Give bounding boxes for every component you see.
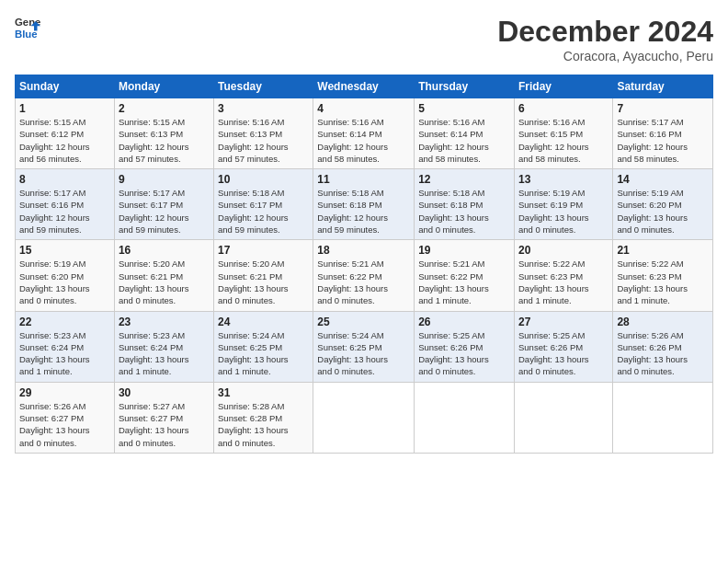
calendar-cell: 4Sunrise: 5:16 AM Sunset: 6:14 PM Daylig… — [313, 98, 415, 169]
day-number: 14 — [617, 173, 709, 186]
day-info: Sunrise: 5:24 AM Sunset: 6:25 PM Dayligh… — [317, 329, 410, 378]
calendar-cell: 26Sunrise: 5:25 AM Sunset: 6:26 PM Dayli… — [415, 311, 515, 382]
calendar-cell: 25Sunrise: 5:24 AM Sunset: 6:25 PM Dayli… — [313, 311, 415, 382]
day-number: 2 — [119, 102, 210, 115]
day-number: 26 — [418, 316, 510, 328]
day-info: Sunrise: 5:21 AM Sunset: 6:22 PM Dayligh… — [317, 258, 410, 306]
svg-text:Blue: Blue — [15, 29, 38, 40]
day-number: 27 — [518, 316, 609, 328]
calendar-cell: 13Sunrise: 5:19 AM Sunset: 6:19 PM Dayli… — [514, 169, 612, 240]
day-number: 1 — [19, 102, 110, 115]
day-info: Sunrise: 5:19 AM Sunset: 6:20 PM Dayligh… — [19, 258, 110, 306]
day-info: Sunrise: 5:16 AM Sunset: 6:14 PM Dayligh… — [317, 116, 410, 165]
calendar-week-2: 8Sunrise: 5:17 AM Sunset: 6:16 PM Daylig… — [16, 169, 713, 240]
location: Coracora, Ayacucho, Peru — [497, 49, 713, 63]
day-info: Sunrise: 5:23 AM Sunset: 6:24 PM Dayligh… — [119, 329, 210, 378]
calendar-cell: 30Sunrise: 5:27 AM Sunset: 6:27 PM Dayli… — [114, 382, 213, 453]
day-number: 3 — [218, 102, 309, 115]
calendar-cell: 20Sunrise: 5:22 AM Sunset: 6:23 PM Dayli… — [514, 240, 612, 311]
calendar-cell: 18Sunrise: 5:21 AM Sunset: 6:22 PM Dayli… — [313, 240, 415, 311]
day-number: 9 — [119, 173, 210, 186]
day-number: 20 — [518, 244, 609, 257]
logo-icon: General Blue — [15, 15, 40, 40]
day-info: Sunrise: 5:22 AM Sunset: 6:23 PM Dayligh… — [518, 258, 609, 306]
header-monday: Monday — [114, 75, 213, 98]
header: General Blue December 2024 Coracora, Aya… — [15, 15, 713, 63]
day-info: Sunrise: 5:17 AM Sunset: 6:16 PM Dayligh… — [617, 116, 709, 165]
calendar-cell: 7Sunrise: 5:17 AM Sunset: 6:16 PM Daylig… — [613, 98, 713, 169]
calendar-container: General Blue December 2024 Coracora, Aya… — [0, 0, 728, 461]
day-info: Sunrise: 5:16 AM Sunset: 6:15 PM Dayligh… — [518, 116, 609, 165]
day-number: 30 — [119, 386, 210, 399]
calendar-cell: 15Sunrise: 5:19 AM Sunset: 6:20 PM Dayli… — [16, 240, 115, 311]
header-sunday: Sunday — [16, 75, 115, 98]
header-saturday: Saturday — [613, 75, 713, 98]
day-number: 11 — [317, 173, 410, 186]
day-info: Sunrise: 5:18 AM Sunset: 6:18 PM Dayligh… — [317, 187, 410, 236]
header-wednesday: Wednesday — [313, 75, 415, 98]
logo: General Blue — [15, 15, 40, 40]
day-number: 31 — [218, 386, 309, 399]
calendar-week-1: 1Sunrise: 5:15 AM Sunset: 6:12 PM Daylig… — [16, 98, 713, 169]
day-info: Sunrise: 5:26 AM Sunset: 6:26 PM Dayligh… — [617, 329, 709, 378]
day-info: Sunrise: 5:15 AM Sunset: 6:12 PM Dayligh… — [19, 116, 110, 165]
calendar-cell — [415, 382, 515, 453]
calendar-cell: 19Sunrise: 5:21 AM Sunset: 6:22 PM Dayli… — [415, 240, 515, 311]
header-tuesday: Tuesday — [214, 75, 313, 98]
calendar-cell: 5Sunrise: 5:16 AM Sunset: 6:14 PM Daylig… — [415, 98, 515, 169]
day-info: Sunrise: 5:25 AM Sunset: 6:26 PM Dayligh… — [418, 329, 510, 378]
calendar-cell: 2Sunrise: 5:15 AM Sunset: 6:13 PM Daylig… — [114, 98, 213, 169]
calendar-cell: 12Sunrise: 5:18 AM Sunset: 6:18 PM Dayli… — [415, 169, 515, 240]
calendar-week-4: 22Sunrise: 5:23 AM Sunset: 6:24 PM Dayli… — [16, 311, 713, 382]
day-info: Sunrise: 5:20 AM Sunset: 6:21 PM Dayligh… — [119, 258, 210, 306]
day-info: Sunrise: 5:22 AM Sunset: 6:23 PM Dayligh… — [617, 258, 709, 306]
month-title: December 2024 — [497, 15, 713, 49]
day-info: Sunrise: 5:17 AM Sunset: 6:16 PM Dayligh… — [19, 187, 110, 236]
calendar-cell: 10Sunrise: 5:18 AM Sunset: 6:17 PM Dayli… — [214, 169, 313, 240]
day-info: Sunrise: 5:23 AM Sunset: 6:24 PM Dayligh… — [19, 329, 110, 378]
day-info: Sunrise: 5:20 AM Sunset: 6:21 PM Dayligh… — [218, 258, 309, 306]
calendar-cell: 16Sunrise: 5:20 AM Sunset: 6:21 PM Dayli… — [114, 240, 213, 311]
day-info: Sunrise: 5:28 AM Sunset: 6:28 PM Dayligh… — [218, 400, 309, 449]
calendar-cell: 27Sunrise: 5:25 AM Sunset: 6:26 PM Dayli… — [514, 311, 612, 382]
day-number: 25 — [317, 316, 410, 328]
day-number: 15 — [19, 244, 110, 257]
day-number: 7 — [617, 102, 709, 115]
calendar-cell — [613, 382, 713, 453]
calendar-cell: 24Sunrise: 5:24 AM Sunset: 6:25 PM Dayli… — [214, 311, 313, 382]
day-number: 13 — [518, 173, 609, 186]
day-number: 16 — [119, 244, 210, 257]
day-number: 22 — [19, 316, 110, 328]
calendar-cell: 6Sunrise: 5:16 AM Sunset: 6:15 PM Daylig… — [514, 98, 612, 169]
calendar-cell: 17Sunrise: 5:20 AM Sunset: 6:21 PM Dayli… — [214, 240, 313, 311]
calendar-cell: 31Sunrise: 5:28 AM Sunset: 6:28 PM Dayli… — [214, 382, 313, 453]
calendar-cell: 23Sunrise: 5:23 AM Sunset: 6:24 PM Dayli… — [114, 311, 213, 382]
calendar-body: 1Sunrise: 5:15 AM Sunset: 6:12 PM Daylig… — [16, 98, 713, 454]
day-info: Sunrise: 5:27 AM Sunset: 6:27 PM Dayligh… — [119, 400, 210, 449]
calendar-week-3: 15Sunrise: 5:19 AM Sunset: 6:20 PM Dayli… — [16, 240, 713, 311]
calendar-table: Sunday Monday Tuesday Wednesday Thursday… — [15, 75, 713, 454]
day-number: 8 — [19, 173, 110, 186]
weekday-header-row: Sunday Monday Tuesday Wednesday Thursday… — [16, 75, 713, 98]
calendar-cell: 8Sunrise: 5:17 AM Sunset: 6:16 PM Daylig… — [16, 169, 115, 240]
calendar-cell: 28Sunrise: 5:26 AM Sunset: 6:26 PM Dayli… — [613, 311, 713, 382]
calendar-cell — [313, 382, 415, 453]
day-info: Sunrise: 5:18 AM Sunset: 6:18 PM Dayligh… — [418, 187, 510, 236]
calendar-cell: 1Sunrise: 5:15 AM Sunset: 6:12 PM Daylig… — [16, 98, 115, 169]
day-number: 5 — [418, 102, 510, 115]
day-info: Sunrise: 5:18 AM Sunset: 6:17 PM Dayligh… — [218, 187, 309, 236]
day-number: 18 — [317, 244, 410, 257]
day-number: 24 — [218, 316, 309, 328]
day-info: Sunrise: 5:16 AM Sunset: 6:13 PM Dayligh… — [218, 116, 309, 165]
calendar-week-5: 29Sunrise: 5:26 AM Sunset: 6:27 PM Dayli… — [16, 382, 713, 453]
day-info: Sunrise: 5:19 AM Sunset: 6:20 PM Dayligh… — [617, 187, 709, 236]
calendar-cell: 22Sunrise: 5:23 AM Sunset: 6:24 PM Dayli… — [16, 311, 115, 382]
header-thursday: Thursday — [415, 75, 515, 98]
calendar-cell: 29Sunrise: 5:26 AM Sunset: 6:27 PM Dayli… — [16, 382, 115, 453]
calendar-cell: 21Sunrise: 5:22 AM Sunset: 6:23 PM Dayli… — [613, 240, 713, 311]
day-number: 6 — [518, 102, 609, 115]
day-info: Sunrise: 5:25 AM Sunset: 6:26 PM Dayligh… — [518, 329, 609, 378]
day-info: Sunrise: 5:15 AM Sunset: 6:13 PM Dayligh… — [119, 116, 210, 165]
day-number: 17 — [218, 244, 309, 257]
day-info: Sunrise: 5:24 AM Sunset: 6:25 PM Dayligh… — [218, 329, 309, 378]
